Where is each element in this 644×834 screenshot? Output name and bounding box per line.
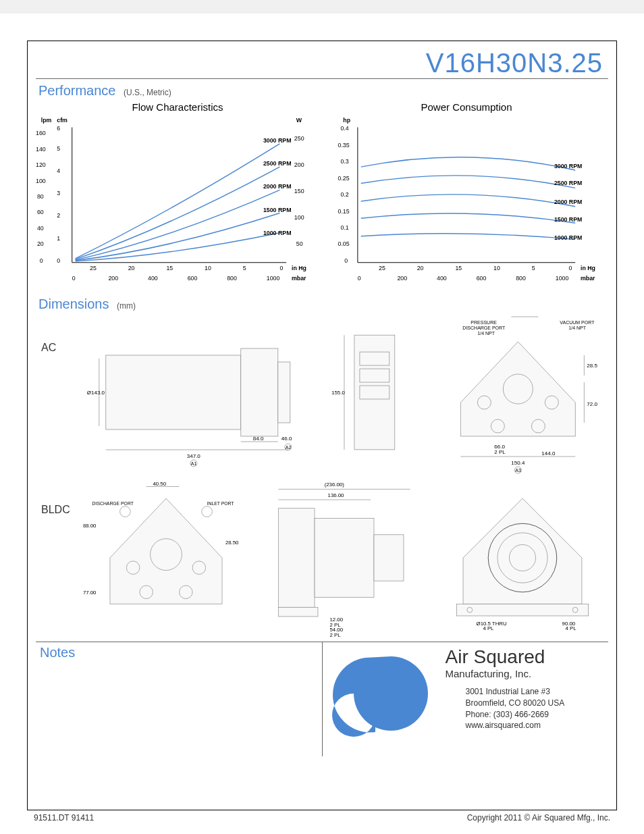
bldc-rear-view: Ø10.5 THRU 4 PL 90.00 4 PL [437,477,608,639]
sheet-border: V16H30N3.25 Performance (U.S., Metric) F… [27,41,617,810]
ac-front-view: PRESSURE DISCHARGE PORT 1/4 NPT VACUUM P… [428,315,608,477]
svg-text:A1: A1 [191,461,197,466]
company-sub: Manufacturing, Inc. [446,668,565,679]
svg-text:84.0: 84.0 [253,436,264,442]
flow-plot-area: lpm cfm 0 20 40 60 80 100 120 140 160 0 [36,114,319,290]
svg-text:6: 6 [57,125,60,132]
svg-text:0: 0 [568,265,572,271]
svg-text:60: 60 [37,209,44,215]
svg-text:A2: A2 [286,445,292,450]
bldc-front-view: 40.50 DISCHARGE PORT INLET PORT 88.00 [80,477,252,639]
svg-text:(236.00): (236.00) [325,481,344,488]
svg-text:120: 120 [36,161,46,168]
company-text: Air Squared Manufacturing, Inc. 3001 Ind… [441,646,565,752]
svg-point-127 [202,506,213,517]
svg-rect-78 [278,362,290,423]
charts-row: Flow Characteristics lpm cfm 0 20 40 60 [36,101,608,290]
svg-text:144.0: 144.0 [542,450,556,457]
svg-text:400: 400 [437,275,447,282]
svg-text:46.0: 46.0 [281,436,292,442]
svg-text:25: 25 [90,265,97,271]
footer-left: 91511.DT 91411 [34,813,94,823]
performance-heading: Performance (U.S., Metric) [38,83,608,99]
svg-text:1000: 1000 [267,275,280,282]
flow-chart: Flow Characteristics lpm cfm 0 20 40 60 [36,101,319,290]
svg-text:5: 5 [532,265,535,271]
svg-text:0: 0 [57,257,60,264]
svg-text:in Hg: in Hg [292,265,306,271]
svg-text:2: 2 [57,212,60,219]
svg-text:cfm: cfm [57,117,68,124]
page: V16H30N3.25 Performance (U.S., Metric) F… [0,14,644,834]
svg-rect-139 [278,509,315,608]
company-phone: Phone: (303) 466-2669 [446,709,565,721]
ac-section-view: 155.0 [327,315,422,477]
company-column: Air Squared Manufacturing, Inc. 3001 Ind… [323,642,609,756]
svg-text:INLET PORT: INLET PORT [207,501,235,506]
svg-text:155.0: 155.0 [331,390,346,396]
svg-text:5: 5 [243,265,246,271]
svg-text:0.3: 0.3 [340,158,348,165]
svg-text:40: 40 [37,225,44,232]
notes-heading: Notes [40,645,318,660]
performance-heading-text: Performance [38,83,116,98]
dimensions-heading: Dimensions (mm) [38,296,608,312]
svg-text:mbar: mbar [292,275,306,282]
svg-rect-151 [456,604,588,616]
title-rule [36,78,608,79]
svg-text:800: 800 [516,275,526,282]
dimensions-heading-text: Dimensions [38,296,109,311]
dimensions-units: (mm) [117,301,136,311]
svg-point-126 [120,506,131,517]
svg-text:DISCHARGE PORT: DISCHARGE PORT [92,501,134,506]
svg-text:0.2: 0.2 [340,191,348,198]
ac-side-view: Ø143.0 347.0 A1 84.0 46.0 A2 [80,315,321,477]
svg-text:3000 RPM: 3000 RPM [554,163,583,170]
svg-text:1000: 1000 [556,275,569,282]
svg-text:600: 600 [477,275,487,282]
svg-text:Ø143.0: Ø143.0 [87,390,105,396]
svg-text:140: 140 [36,146,46,153]
dims-row-bldc: BLDC 40.50 DISCHARGE PORT INLET PORT [36,477,608,639]
svg-text:160: 160 [36,130,46,136]
svg-text:0: 0 [72,275,76,282]
svg-rect-90 [354,335,395,450]
footer-right: Copyright 2011 © Air Squared Mfg., Inc. [467,813,610,823]
svg-text:50: 50 [296,240,303,247]
svg-text:2500 RPM: 2500 RPM [554,180,583,186]
svg-text:10: 10 [493,265,500,271]
svg-text:0.15: 0.15 [338,208,350,215]
svg-text:A3: A3 [516,468,522,473]
svg-marker-103 [461,342,576,436]
bldc-side-view: (236.00) 136.00 12.00 2 PL 54.00 2 PL [259,477,430,639]
svg-text:2 PL: 2 PL [330,632,342,638]
svg-text:80: 80 [37,193,44,200]
svg-text:40.50: 40.50 [153,481,166,487]
svg-text:15: 15 [166,265,173,271]
svg-text:2 PL: 2 PL [495,449,506,455]
svg-text:4 PL: 4 PL [483,625,494,631]
model-title: V16H30N3.25 [36,48,608,78]
svg-text:2000 RPM: 2000 RPM [263,183,292,190]
notes-column: Notes [36,642,323,756]
svg-text:4 PL: 4 PL [566,625,577,631]
svg-text:200: 200 [108,275,118,282]
svg-text:VACUUM PORT: VACUUM PORT [560,320,595,325]
svg-text:0: 0 [40,257,43,264]
svg-text:800: 800 [227,275,237,282]
svg-rect-77 [241,348,278,436]
svg-text:2000 RPM: 2000 RPM [554,199,583,205]
svg-text:28.50: 28.50 [225,540,239,546]
power-chart: Power Consumption hp 0 0.05 0.1 0.15 0.2… [325,101,608,290]
svg-text:20: 20 [37,240,44,247]
svg-text:0.4: 0.4 [340,125,348,132]
svg-text:10: 10 [205,265,211,271]
svg-text:0: 0 [279,265,283,271]
svg-text:0.35: 0.35 [338,142,350,149]
svg-text:5: 5 [57,145,60,152]
svg-text:0.25: 0.25 [338,175,350,182]
power-plot-area: hp 0 0.05 0.1 0.15 0.2 0.25 0.3 0.35 0.4… [325,114,608,290]
svg-text:100: 100 [294,214,304,221]
variant-bldc-label: BLDC [36,477,76,639]
svg-text:15: 15 [455,265,462,271]
